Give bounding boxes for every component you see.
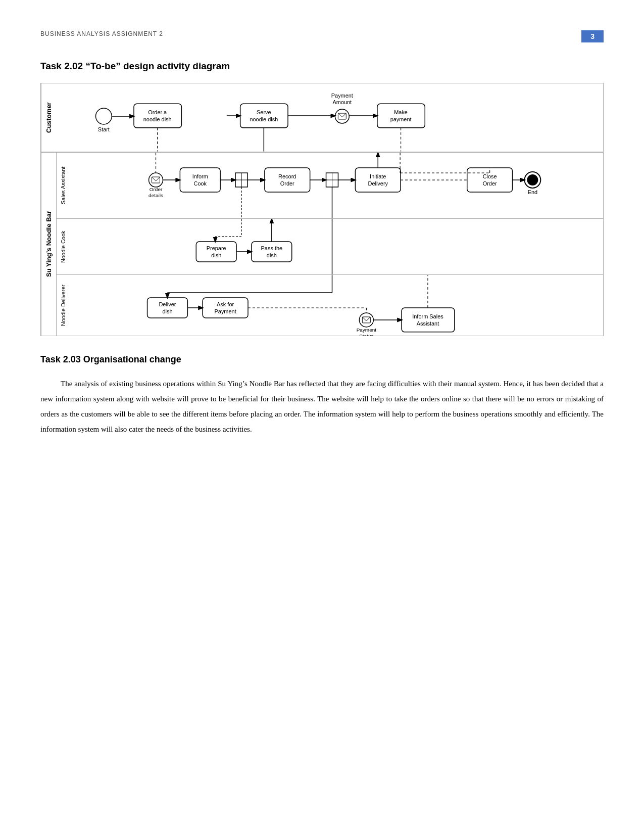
svg-text:dish: dish [162, 308, 172, 314]
svg-text:Delivery: Delivery [368, 180, 388, 187]
svg-text:Initiate: Initiate [370, 173, 386, 179]
svg-text:Cook: Cook [193, 180, 207, 187]
noodle-cook-label: Noodle Cook [56, 219, 69, 274]
noodle-cook-content: Prepare dish Pass the dish [69, 219, 603, 274]
customer-label: Customer [41, 83, 56, 152]
svg-text:Order: Order [280, 180, 294, 187]
noodle-bar-section: Su Ying’s Noodle Bar Sales Assistant [41, 152, 603, 336]
svg-text:Start: Start [98, 126, 110, 132]
svg-text:payment: payment [390, 116, 412, 122]
noodle-deliverer-content: Deliver dish Ask for Payment [69, 275, 603, 336]
customer-content: Start Order a noodle dish Serve noodle d… [56, 83, 603, 152]
swimlane-container: Customer Start Order a noodle dish [41, 83, 603, 336]
svg-text:Make: Make [394, 109, 408, 115]
svg-text:noodle dish: noodle dish [143, 116, 172, 122]
svg-text:Payment: Payment [215, 308, 236, 314]
page-header: BUSINESS ANALYSIS ASSIGNMENT 2 3 [40, 30, 604, 42]
svg-text:Record: Record [278, 173, 296, 179]
task203-section: Task 2.03 Organisational change The anal… [40, 354, 604, 437]
task203-title: Task 2.03 Organisational change [40, 354, 604, 365]
noodle-bar-label: Su Ying’s Noodle Bar [41, 153, 56, 336]
svg-text:Deliver: Deliver [159, 301, 176, 307]
sales-assistant-swimlane: Sales Assistant [56, 153, 603, 219]
customer-swimlane: Customer Start Order a noodle dish [41, 83, 603, 152]
svg-text:End: End [528, 189, 538, 195]
svg-point-23 [149, 173, 163, 187]
svg-text:details: details [148, 193, 163, 198]
svg-text:Serve: Serve [257, 109, 271, 115]
document-title: BUSINESS ANALYSIS ASSIGNMENT 2 [40, 30, 163, 37]
svg-text:Order: Order [483, 180, 497, 187]
page-number: 3 [581, 30, 604, 42]
svg-point-14 [335, 109, 349, 123]
svg-point-0 [95, 108, 112, 124]
svg-text:Payment: Payment [357, 327, 377, 333]
noodle-deliverer-svg: Deliver dish Ask for Payment [69, 275, 603, 336]
svg-text:Inform: Inform [192, 173, 208, 179]
svg-text:Assistant: Assistant [417, 320, 439, 327]
noodle-deliverer-swimlane: Noodle Deliverer [56, 275, 603, 336]
sales-assistant-label: Sales Assistant [56, 153, 69, 218]
svg-text:Ask for: Ask for [217, 301, 234, 307]
svg-text:Payment: Payment [331, 92, 353, 99]
noodle-cook-swimlane: Noodle Cook [56, 219, 603, 275]
svg-text:Order: Order [150, 187, 163, 192]
svg-text:dish: dish [211, 252, 221, 258]
svg-text:Prepare: Prepare [207, 245, 226, 251]
noodle-bar-inner: Sales Assistant [56, 153, 603, 336]
svg-text:Status: Status [359, 333, 373, 336]
noodle-deliverer-label: Noodle Deliverer [56, 275, 69, 336]
svg-text:dish: dish [267, 252, 277, 258]
task203-paragraph: The analysis of existing business operat… [40, 376, 604, 437]
sales-assistant-svg: Order details Inform Cook [69, 153, 603, 218]
svg-text:Inform Sales: Inform Sales [412, 313, 443, 319]
page: BUSINESS ANALYSIS ASSIGNMENT 2 3 Task 2.… [0, 0, 644, 834]
task202-title: Task 2.02 “To-be” design activity diagra… [40, 61, 604, 72]
sales-assistant-content: Order details Inform Cook [69, 153, 603, 218]
svg-text:Order a: Order a [148, 109, 167, 115]
noodle-cook-svg: Prepare dish Pass the dish [69, 219, 603, 274]
svg-point-86 [359, 313, 373, 327]
svg-text:Close: Close [483, 173, 497, 179]
svg-point-56 [527, 174, 538, 186]
activity-diagram: Customer Start Order a noodle dish [40, 83, 604, 336]
svg-text:noodle dish: noodle dish [250, 116, 278, 122]
svg-text:Pass the: Pass the [261, 245, 283, 251]
customer-svg: Start Order a noodle dish Serve noodle d… [56, 83, 603, 152]
svg-text:Amount: Amount [333, 99, 352, 105]
